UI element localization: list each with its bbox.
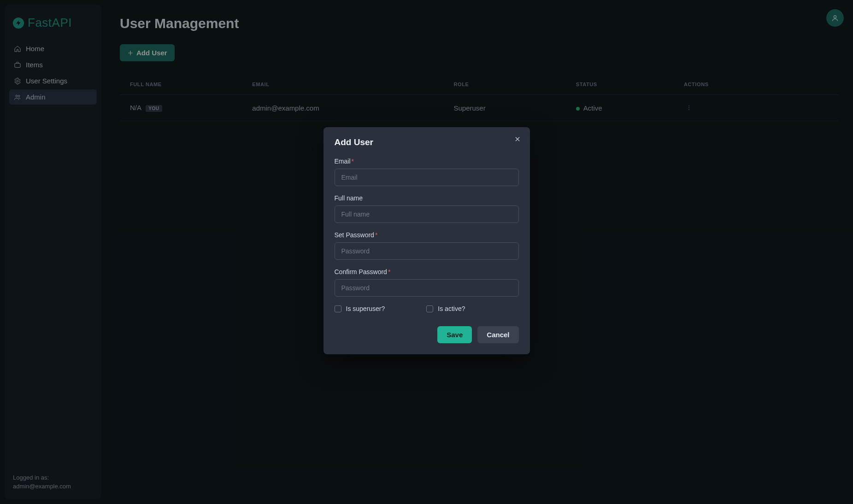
checkbox-row: Is superuser? Is active? [335,305,519,312]
cancel-button[interactable]: Cancel [477,326,518,343]
modal-close-button[interactable] [512,134,523,146]
is-superuser-checkbox[interactable]: Is superuser? [335,305,385,312]
checkbox-label: Is active? [438,305,465,312]
save-button[interactable]: Save [437,326,472,343]
field-full-name: Full name [335,194,519,223]
required-marker: * [375,231,377,239]
is-active-checkbox[interactable]: Is active? [426,305,465,312]
field-email: Email* [335,158,519,186]
checkbox-label: Is superuser? [346,305,385,312]
close-icon [514,136,521,142]
label-full-name: Full name [335,194,519,202]
full-name-input[interactable] [335,205,519,223]
modal-actions: Save Cancel [335,326,519,343]
add-user-modal: Add User Email* Full name Set Password* … [324,127,530,354]
field-password: Set Password* [335,231,519,260]
password-input[interactable] [335,242,519,260]
modal-backdrop[interactable]: Add User Email* Full name Set Password* … [0,0,853,504]
modal-title: Add User [335,137,519,147]
required-marker: * [388,268,390,275]
label-email: Email* [335,158,519,165]
field-confirm-password: Confirm Password* [335,268,519,297]
label-password: Set Password* [335,231,519,239]
label-confirm-password: Confirm Password* [335,268,519,275]
required-marker: * [352,158,354,165]
checkbox-box [335,305,341,312]
confirm-password-input[interactable] [335,279,519,297]
checkbox-box [426,305,433,312]
email-input[interactable] [335,169,519,186]
